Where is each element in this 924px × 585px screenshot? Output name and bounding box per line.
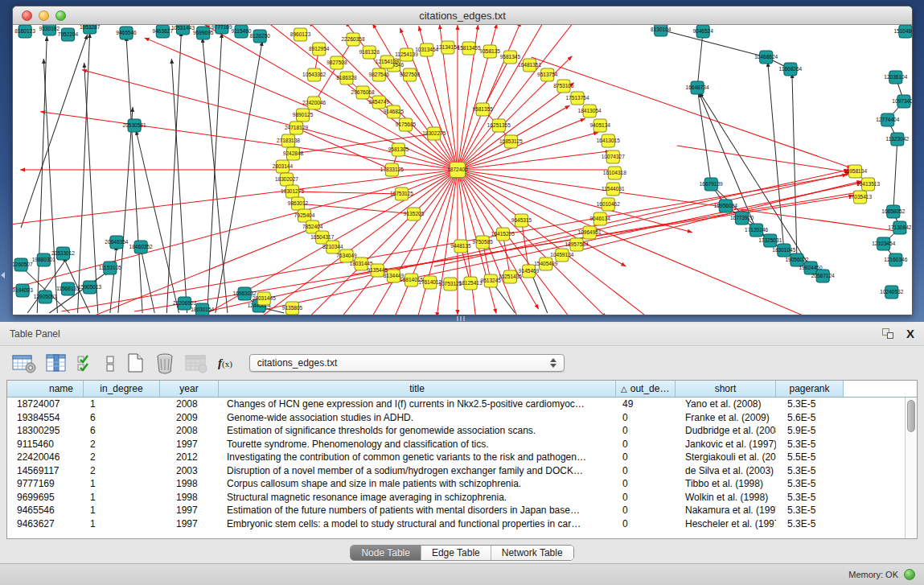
graph-node[interactable]: 10964951	[578, 226, 602, 239]
table-row[interactable]: 969969511998Structural magnetic resonanc…	[7, 491, 905, 505]
close-panel-icon[interactable]: X	[906, 328, 914, 340]
graph-node[interactable]: 12160346	[884, 253, 907, 266]
create-column-icon[interactable]	[124, 352, 146, 374]
graph-node[interactable]: 15813455	[458, 42, 481, 55]
graph-node[interactable]: 8128250	[249, 30, 270, 43]
graph-node[interactable]: 10543362	[302, 68, 326, 81]
graph-node[interactable]: 9863012	[288, 197, 309, 210]
left-panel-grip[interactable]	[1, 272, 5, 278]
graph-node[interactable]: 16773920	[730, 212, 754, 225]
tab-edge-table[interactable]: Edge Table	[421, 546, 491, 560]
table-row[interactable]: 911546021997Tourette syndrome. Phenomeno…	[7, 438, 905, 451]
graph-node[interactable]: 12774404	[876, 113, 899, 126]
graph-node[interactable]: 8753105	[553, 80, 574, 93]
graph-node[interactable]: 9405134	[589, 119, 610, 132]
graph-node[interactable]: 17513754	[565, 92, 589, 105]
table-mode-icon[interactable]	[11, 352, 37, 374]
column-header-pagerank[interactable]: pagerank	[776, 381, 844, 397]
graph-node[interactable]: 7952204	[58, 28, 79, 41]
column-header-year[interactable]: year	[160, 381, 219, 397]
minimize-window-button[interactable]	[39, 10, 49, 21]
graph-node[interactable]: 10973403	[892, 95, 912, 108]
close-window-button[interactable]	[22, 10, 32, 21]
graph-node[interactable]: 8186328	[336, 72, 357, 84]
graph-node[interactable]: 18413054	[578, 105, 602, 117]
graph-node[interactable]: 15104808	[893, 25, 912, 38]
graph-node[interactable]: 16753125	[390, 187, 413, 200]
graph-node[interactable]: 1053287	[80, 25, 101, 34]
column-header-in_degree[interactable]: in_degree	[84, 381, 160, 397]
zoom-window-button[interactable]	[55, 10, 66, 21]
graph-node[interactable]: 10531443	[171, 25, 195, 35]
network-canvas[interactable]: 8160123933018279522041053287946554694636…	[13, 25, 912, 315]
graph-node[interactable]: 20646354	[105, 236, 128, 249]
graph-node[interactable]: 9181328	[359, 46, 380, 59]
column-header-title[interactable]: title	[219, 381, 616, 397]
graph-node[interactable]: 15956024	[714, 200, 737, 212]
graph-node[interactable]: 2803144	[273, 160, 294, 173]
graph-node[interactable]: 16415205	[491, 228, 515, 241]
graph-node[interactable]: 9194003	[13, 284, 33, 297]
graph-node[interactable]: 12905051	[34, 290, 57, 303]
table-row[interactable]: 1830029562008Estimation of significance …	[7, 424, 905, 438]
graph-node[interactable]: 11153105	[99, 262, 121, 274]
column-header-out_de[interactable]: △out_de…	[616, 381, 676, 397]
graph-node[interactable]: 16251355	[487, 119, 511, 132]
graph-node[interactable]: 17833125	[380, 163, 404, 176]
graph-node[interactable]: 29676068	[351, 86, 375, 99]
graph-node[interactable]: 20530581	[123, 119, 146, 132]
graph-node[interactable]: 9115460	[232, 25, 252, 38]
graph-node[interactable]: 9242848	[283, 147, 304, 160]
graph-node[interactable]: 16858052	[881, 205, 905, 218]
table-source-select[interactable]: citations_edges.txt	[249, 354, 565, 372]
graph-node[interactable]: 16679139	[700, 178, 723, 191]
show-columns-icon[interactable]	[44, 352, 68, 374]
graph-node[interactable]: 9827508	[326, 56, 347, 69]
tab-network-table[interactable]: Network Table	[491, 546, 573, 560]
graph-node[interactable]: 16648734	[686, 81, 709, 94]
graph-node[interactable]: 9465546	[116, 27, 137, 39]
graph-node[interactable]: 9135805	[282, 302, 303, 315]
graph-node[interactable]: 22260358	[341, 33, 364, 46]
graph-node[interactable]: 12036104	[884, 71, 907, 84]
graph-node[interactable]: 15905013	[78, 281, 101, 294]
graph-node[interactable]: 8960123	[290, 28, 311, 41]
graph-node[interactable]: 8160123	[14, 25, 35, 38]
graph-node[interactable]: 9827546	[369, 68, 390, 81]
column-header-short[interactable]: short	[676, 381, 776, 397]
graph-node[interactable]: 9135205	[404, 208, 425, 220]
graph-node[interactable]: 16853125	[499, 135, 523, 148]
graph-node[interactable]: 18125413	[459, 277, 483, 290]
graph-node[interactable]: 9581305	[388, 143, 409, 156]
graph-node[interactable]: 24718129	[285, 122, 308, 134]
graph-node[interactable]: 1872400	[447, 163, 468, 178]
table-row[interactable]: 1872400712008Changes of HCN gene express…	[7, 398, 905, 411]
graph-node[interactable]: 8912954	[309, 43, 330, 56]
column-header-name[interactable]: name	[7, 381, 84, 397]
graph-node[interactable]: 18302027	[275, 173, 298, 186]
graph-node[interactable]: 8130104	[651, 25, 671, 36]
graph-node[interactable]: 11668264	[779, 63, 803, 76]
table-row[interactable]: 1938455462009Genome-wide association stu…	[7, 411, 905, 425]
float-panel-icon[interactable]	[882, 328, 893, 339]
graph-node[interactable]: 11544031	[602, 183, 625, 196]
panel-split-grip[interactable]	[457, 316, 466, 321]
graph-node[interactable]: 9448135	[450, 240, 471, 253]
function-builder-icon[interactable]: f(x)	[218, 356, 232, 370]
graph-node[interactable]: 16481351	[518, 59, 541, 72]
graph-node[interactable]: 19301275	[281, 185, 304, 198]
graph-node[interactable]: 16413015	[597, 134, 620, 147]
table-row[interactable]: 946554611997Estimation of the future num…	[7, 504, 905, 517]
graph-node[interactable]: 9890125	[293, 109, 314, 122]
table-row[interactable]: 946362711997Embryonic stem cells: a mode…	[7, 517, 905, 531]
table-row[interactable]: 977716911998Corpus callosum shape and si…	[7, 477, 905, 491]
graph-node[interactable]: 9175685	[396, 118, 417, 131]
graph-node[interactable]: 17130842	[888, 221, 911, 234]
graph-node[interactable]: 9777169	[211, 25, 232, 34]
table-row[interactable]: 1456911722003Disruption of a novel membe…	[7, 464, 905, 478]
graph-node[interactable]: 9358135	[480, 45, 501, 58]
graph-node[interactable]: 17035413	[848, 191, 872, 204]
graph-node[interactable]: 12103454	[872, 237, 895, 250]
graph-node[interactable]: 10313454	[415, 43, 438, 56]
window-titlebar[interactable]: citations_edges.txt	[13, 6, 912, 25]
